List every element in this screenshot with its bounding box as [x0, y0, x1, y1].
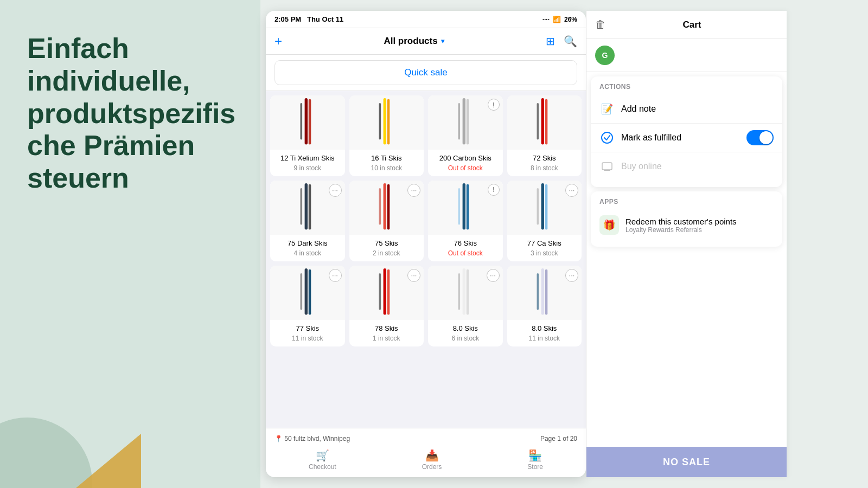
- more-options-icon[interactable]: ···: [565, 184, 578, 197]
- tab-icon: 🛒: [316, 449, 329, 462]
- actions-header: ACTIONS: [591, 83, 782, 95]
- mark-fulfilled-icon: [599, 130, 615, 145]
- buy-online-label: Buy online: [621, 162, 774, 171]
- more-options-icon[interactable]: ···: [329, 184, 342, 197]
- product-info: 77 Ca Skis 3 in stock: [507, 235, 582, 261]
- product-card[interactable]: ··· 75 Dark Skis 4 in stock: [270, 181, 345, 261]
- product-card[interactable]: 16 Ti Skis 10 in stock: [349, 95, 424, 176]
- svg-rect-12: [545, 99, 548, 145]
- more-options-icon[interactable]: ···: [407, 184, 420, 197]
- cart-header: 🗑 Cart: [586, 11, 787, 39]
- product-name: 78 Skis: [354, 324, 420, 333]
- mark-fulfilled-toggle[interactable]: [746, 130, 774, 145]
- svg-rect-19: [379, 188, 381, 225]
- svg-rect-5: [384, 98, 386, 145]
- product-info: 200 Carbon Skis Out of stock: [428, 150, 503, 176]
- svg-rect-40: [604, 170, 610, 171]
- svg-rect-6: [387, 99, 390, 145]
- products-grid: 12 Ti Xelium Skis 9 in stock 16 Ti Skis …: [270, 95, 582, 346]
- loyalty-app-icon: 🎁: [599, 215, 619, 235]
- product-card[interactable]: ··· 8.0 Skis 11 in stock: [507, 266, 582, 346]
- product-card[interactable]: ! 76 Skis Out of stock: [428, 181, 503, 261]
- svg-rect-27: [309, 269, 311, 315]
- product-stock: 6 in stock: [432, 335, 499, 342]
- svg-rect-4: [300, 103, 302, 140]
- svg-rect-3: [309, 99, 311, 145]
- cart-delete-icon[interactable]: 🗑: [595, 18, 606, 31]
- quick-sale-button[interactable]: Quick sale: [275, 60, 577, 85]
- tab-store[interactable]: 🏪 Store: [527, 449, 543, 471]
- svg-rect-22: [458, 188, 460, 225]
- product-image: ···: [270, 266, 345, 320]
- product-card[interactable]: ··· 77 Skis 11 in stock: [270, 266, 345, 346]
- out-of-stock-badge: !: [488, 184, 500, 196]
- apps-header: APPS: [591, 198, 782, 210]
- loyalty-rewards-app[interactable]: 🎁 Redeem this customer's points Loyalty …: [591, 210, 782, 240]
- product-card[interactable]: ··· 8.0 Skis 6 in stock: [428, 266, 503, 346]
- add-button[interactable]: +: [275, 34, 282, 49]
- product-image: [270, 95, 345, 150]
- more-options-icon[interactable]: ···: [487, 269, 500, 282]
- product-info: 16 Ti Skis 10 in stock: [349, 150, 424, 176]
- product-name: 72 Skis: [512, 154, 578, 163]
- svg-rect-7: [379, 103, 381, 140]
- right-extra: [787, 0, 868, 488]
- product-info: 75 Skis 2 in stock: [349, 235, 424, 261]
- product-name: 200 Carbon Skis: [432, 154, 499, 163]
- tab-checkout[interactable]: 🛒 Checkout: [309, 449, 336, 471]
- product-image: ···: [270, 181, 345, 235]
- product-image: ···: [428, 266, 503, 320]
- add-note-label: Add note: [621, 104, 774, 114]
- product-card[interactable]: ! 200 Carbon Skis Out of stock: [428, 95, 503, 176]
- product-card[interactable]: 12 Ti Xelium Skis 9 in stock: [270, 95, 345, 176]
- tab-icon: 🏪: [528, 449, 542, 462]
- location-bar: 📍 50 fultz blvd, Winnipeg Page 1 of 20: [266, 433, 586, 447]
- battery-indicator: 26%: [564, 16, 577, 23]
- customer-row: G: [586, 39, 787, 72]
- add-note-icon: 📝: [599, 101, 615, 117]
- svg-rect-36: [545, 269, 548, 315]
- status-time: 2:05 PM Thu Oct 11: [275, 15, 343, 23]
- more-options-icon[interactable]: ···: [329, 269, 342, 282]
- tab-orders[interactable]: 📥 Orders: [422, 449, 442, 471]
- left-panel: Einfach individuelle, produktspezifis ch…: [0, 0, 260, 488]
- product-info: 77 Skis 11 in stock: [270, 320, 345, 346]
- product-card[interactable]: ··· 75 Skis 2 in stock: [349, 181, 424, 261]
- svg-rect-10: [458, 103, 460, 140]
- no-sale-button[interactable]: NO SALE: [586, 447, 787, 477]
- mark-fulfilled-action[interactable]: Mark as fulfilled: [591, 124, 782, 152]
- product-stock: 1 in stock: [354, 335, 420, 342]
- bottom-bar: 📍 50 fultz blvd, Winnipeg Page 1 of 20 🛒…: [266, 428, 586, 477]
- svg-rect-23: [541, 183, 544, 230]
- buy-online-icon: [599, 159, 615, 174]
- product-stock: 4 in stock: [275, 249, 341, 257]
- tab-icon: 📥: [425, 449, 439, 462]
- app-subtitle: Loyalty Rewards Referrals: [626, 226, 737, 234]
- svg-rect-34: [458, 273, 460, 310]
- mark-fulfilled-label: Mark as fulfilled: [621, 133, 740, 143]
- search-icon[interactable]: 🔍: [564, 35, 577, 48]
- dropdown-arrow-icon[interactable]: ▾: [441, 37, 444, 45]
- nav-center: All products ▾: [384, 36, 444, 47]
- product-image: ···: [349, 266, 424, 320]
- product-image: ···: [507, 181, 582, 235]
- svg-rect-31: [379, 273, 381, 310]
- app-name: Redeem this customer's points: [626, 217, 737, 226]
- barcode-scan-icon[interactable]: ⊞: [546, 35, 555, 48]
- add-note-action[interactable]: 📝 Add note: [591, 95, 782, 124]
- more-options-icon[interactable]: ···: [407, 269, 420, 282]
- tab-bar: 🛒 Checkout 📥 Orders 🏪 Store: [266, 447, 586, 475]
- apps-section: APPS 🎁 Redeem this customer's points Loy…: [591, 191, 782, 247]
- location-text: 📍 50 fultz blvd, Winnipeg: [275, 435, 350, 442]
- tab-label: Store: [527, 463, 543, 471]
- product-info: 78 Skis 1 in stock: [349, 320, 424, 346]
- svg-rect-33: [467, 269, 469, 315]
- product-stock: 8 in stock: [512, 164, 578, 172]
- product-card[interactable]: 72 Skis 8 in stock: [507, 95, 582, 176]
- product-card[interactable]: ··· 78 Skis 1 in stock: [349, 266, 424, 346]
- svg-rect-18: [387, 184, 390, 230]
- product-card[interactable]: ··· 77 Ca Skis 3 in stock: [507, 181, 582, 261]
- svg-rect-32: [462, 268, 465, 315]
- decorative-shapes: [0, 380, 141, 488]
- more-options-icon[interactable]: ···: [565, 269, 578, 282]
